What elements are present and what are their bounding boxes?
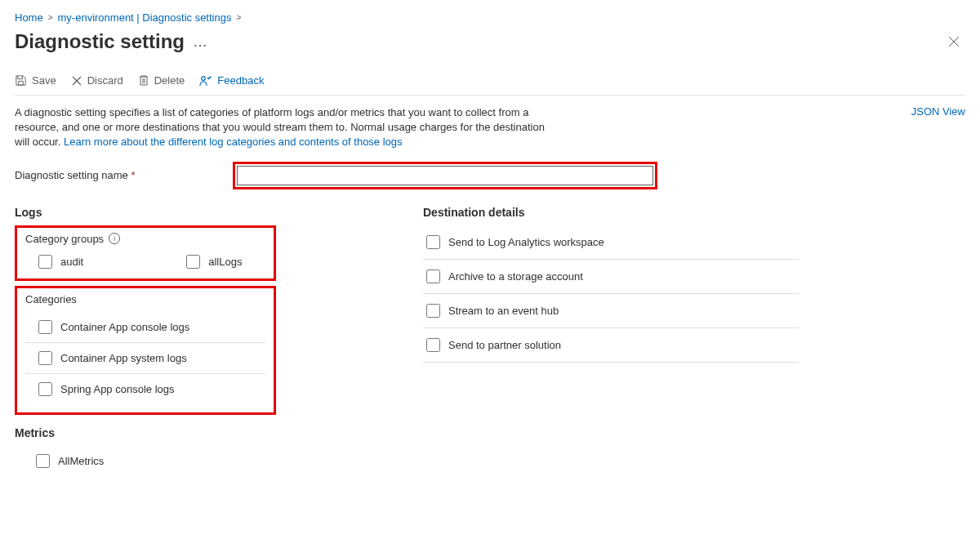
checkbox-storage-account[interactable]: Archive to a storage account: [423, 260, 799, 294]
metrics-heading: Metrics: [15, 426, 276, 439]
save-button[interactable]: Save: [15, 74, 56, 87]
delete-button[interactable]: Delete: [138, 74, 185, 87]
checkbox-container-system[interactable]: Container App system logs: [25, 343, 265, 374]
learn-more-link[interactable]: Learn more about the different log categ…: [64, 136, 403, 148]
more-menu-button[interactable]: …: [193, 33, 207, 51]
checkbox-spring-console[interactable]: Spring App console logs: [25, 374, 265, 404]
destination-heading: Destination details: [423, 206, 799, 219]
diagnostic-name-input[interactable]: [237, 166, 653, 185]
discard-button[interactable]: Discard: [71, 74, 123, 87]
categories-highlight: Categories Container App console logs Co…: [15, 286, 276, 415]
category-groups-highlight: Category groups i audit allLogs: [15, 225, 276, 281]
close-button[interactable]: [942, 30, 965, 53]
save-icon: [15, 74, 27, 87]
svg-point-0: [202, 76, 206, 80]
breadcrumb-home[interactable]: Home: [15, 11, 43, 24]
json-view-link[interactable]: JSON View: [911, 105, 965, 118]
toolbar: Save Discard Delete Feedback: [15, 65, 965, 96]
checkbox-log-analytics[interactable]: Send to Log Analytics workspace: [423, 225, 799, 260]
info-icon[interactable]: i: [109, 233, 120, 244]
checkbox-alllogs[interactable]: allLogs: [173, 252, 242, 270]
feedback-icon: [199, 75, 212, 87]
title-row: Diagnostic setting …: [15, 30, 965, 53]
name-input-highlight: [233, 162, 657, 189]
breadcrumb-env[interactable]: my-environment | Diagnostic settings: [58, 11, 232, 24]
checkbox-audit[interactable]: audit: [25, 252, 83, 270]
chevron-right-icon: >: [48, 13, 53, 22]
breadcrumb: Home > my-environment | Diagnostic setti…: [15, 11, 965, 24]
name-field-row: Diagnostic setting name *: [15, 162, 965, 189]
chevron-right-icon: >: [236, 13, 241, 22]
discard-icon: [71, 75, 82, 87]
checkbox-allmetrics[interactable]: AllMetrics: [15, 446, 276, 476]
checkbox-input-audit[interactable]: [38, 255, 52, 269]
checkbox-partner-solution[interactable]: Send to partner solution: [423, 328, 799, 363]
checkbox-input-alllogs[interactable]: [186, 255, 200, 269]
delete-icon: [138, 74, 149, 87]
description-text: A diagnostic setting specifies a list of…: [15, 105, 562, 150]
page-title: Diagnostic setting: [15, 30, 185, 53]
checkbox-event-hub[interactable]: Stream to an event hub: [423, 294, 799, 328]
categories-heading: Categories: [25, 293, 265, 305]
category-groups-heading: Category groups i: [25, 233, 265, 245]
checkbox-container-console[interactable]: Container App console logs: [25, 312, 265, 343]
feedback-button[interactable]: Feedback: [199, 74, 264, 87]
close-icon: [948, 36, 960, 47]
logs-heading: Logs: [15, 206, 276, 219]
name-label: Diagnostic setting name *: [15, 169, 135, 181]
